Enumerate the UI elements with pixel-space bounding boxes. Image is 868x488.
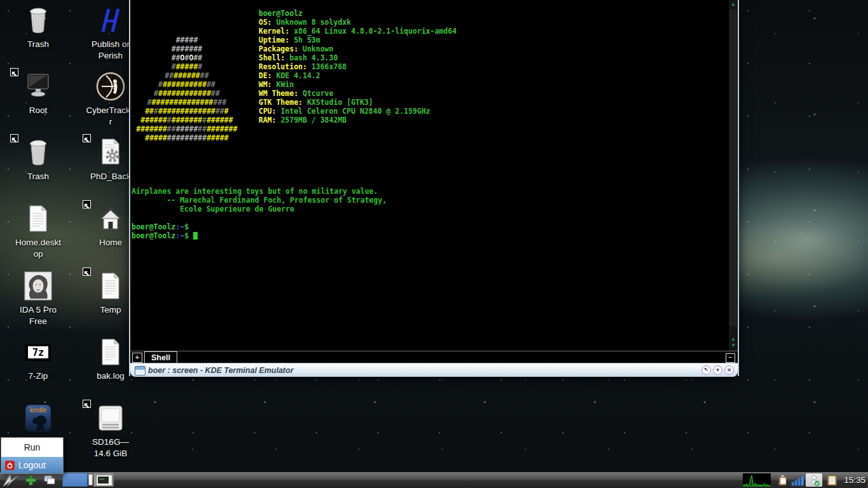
taskbar: 15:35: [0, 471, 868, 488]
show-windows-icon[interactable]: [41, 473, 58, 487]
terminal-screen[interactable]: ##### ####### ##O#O## ####### ##########…: [130, 0, 738, 351]
window-title: boer : screen - KDE Terminal Emulator: [148, 365, 294, 376]
terminal-title-bar[interactable]: boer : screen - KDE Terminal Emulator ↖ …: [130, 363, 738, 377]
scroll-up-icon[interactable]: ▲: [729, 1, 738, 7]
document-icon: [5, 202, 71, 235]
svg-text:kindle: kindle: [30, 407, 47, 414]
svg-text:7z: 7z: [32, 347, 44, 358]
desktop-icon-trash-2[interactable]: Trash: [5, 136, 71, 182]
power-icon: [5, 461, 15, 470]
fortune-quote: Airplanes are interesting toys but of no…: [132, 187, 387, 214]
symlink-badge-icon: [83, 400, 91, 408]
network-monitor-icon[interactable]: [790, 473, 804, 487]
desktop-icon-label: 7-Zip: [5, 370, 71, 382]
desktop: TrashPublish orPerishRootCyberTrackerTra…: [0, 0, 868, 488]
portrait-icon: [5, 269, 71, 302]
desktop-icon-label: Trash: [5, 171, 71, 182]
scroll-down-icon[interactable]: ▼: [729, 342, 738, 348]
desktop-icon-ida-5-pro-free[interactable]: IDA 5 ProFree: [5, 269, 71, 327]
menu-item-logout[interactable]: Logout: [1, 457, 63, 473]
notes-icon[interactable]: [825, 473, 839, 487]
desktop-icon-label: SD16G—14.6 GiB: [78, 437, 144, 459]
desktop-icon-label: Home.desktop: [5, 237, 71, 260]
terminal-scrollbar[interactable]: ▲ ▲ ▼: [728, 0, 738, 351]
menu-item-logout-label: Logout: [18, 460, 46, 470]
desktop-icon-home-desktop[interactable]: Home.desktop: [5, 202, 71, 260]
desktop-icon-7-zip[interactable]: 7z7-Zip: [5, 336, 71, 382]
terminal-window-icon: [135, 366, 146, 376]
pager-desktop-1[interactable]: [62, 473, 88, 487]
tab-shell[interactable]: Shell: [144, 351, 177, 363]
kde-menu-icon[interactable]: [1, 473, 20, 487]
desktop-icon-sd16g[interactable]: SD16G—14.6 GiB: [78, 402, 144, 459]
new-tab-button[interactable]: +: [132, 353, 142, 363]
dropbox-icon[interactable]: [806, 473, 822, 487]
scrollbar-thumb[interactable]: [730, 10, 736, 325]
desktop-icon-trash[interactable]: Trash: [5, 4, 71, 50]
sevenzip-icon: 7z: [5, 336, 71, 369]
symlink-badge-icon: [10, 68, 18, 76]
system-monitor-graph[interactable]: [742, 473, 771, 487]
drive-icon: [78, 402, 144, 435]
clipboard-icon[interactable]: [775, 473, 789, 487]
pager-window-thumbnail: [96, 475, 112, 486]
symlink-badge-icon: [83, 134, 91, 142]
scroll-up2-icon[interactable]: ▲: [729, 336, 738, 342]
symlink-badge-icon: [10, 134, 18, 142]
menu-item-run-label: Run: [24, 442, 41, 452]
close-button[interactable]: ×: [724, 365, 734, 375]
terminal-tab-bar: + Shell −: [130, 351, 738, 363]
collapse-tabbar-button[interactable]: −: [726, 353, 735, 363]
symlink-badge-icon: [83, 268, 91, 276]
pager-window-sliver: [88, 474, 93, 485]
system-info: boer@Toolz OS: Unknown 8 solydxk Kernel:…: [259, 9, 457, 125]
desktop-icon-root[interactable]: Root: [5, 70, 71, 116]
trash-icon: [5, 136, 71, 169]
shell-prompt: boer@Toolz:~$ boer@Toolz:~$: [132, 222, 198, 240]
monitor-icon: [5, 70, 71, 103]
desktop-pager[interactable]: [62, 473, 114, 487]
kindle-icon: kindle: [5, 402, 71, 435]
desktop-icon-label: IDA 5 ProFree: [5, 304, 71, 327]
desktop-context-menu: Run Logout: [1, 437, 64, 474]
taskbar-clock[interactable]: 15:35: [844, 472, 865, 488]
minimize-button[interactable]: ▾: [713, 365, 722, 375]
add-widgets-icon[interactable]: [23, 473, 38, 487]
desktop-icon-label: Trash: [5, 39, 71, 50]
terminal-window: ##### ####### ##O#O## ####### ##########…: [129, 0, 739, 376]
menu-item-run[interactable]: Run: [1, 438, 63, 457]
pager-desktop-2[interactable]: [93, 473, 114, 487]
desktop-icon-kindle[interactable]: kindle: [5, 402, 71, 437]
ascii-art-logo: ##### ####### ##O#O## ####### ##########…: [133, 36, 241, 142]
symlink-badge-icon: [83, 200, 91, 208]
desktop-icon-label: Root: [5, 105, 71, 116]
terminal-cursor: [193, 232, 198, 240]
trash-icon: [5, 4, 71, 37]
keep-above-button[interactable]: ↖: [702, 365, 711, 375]
